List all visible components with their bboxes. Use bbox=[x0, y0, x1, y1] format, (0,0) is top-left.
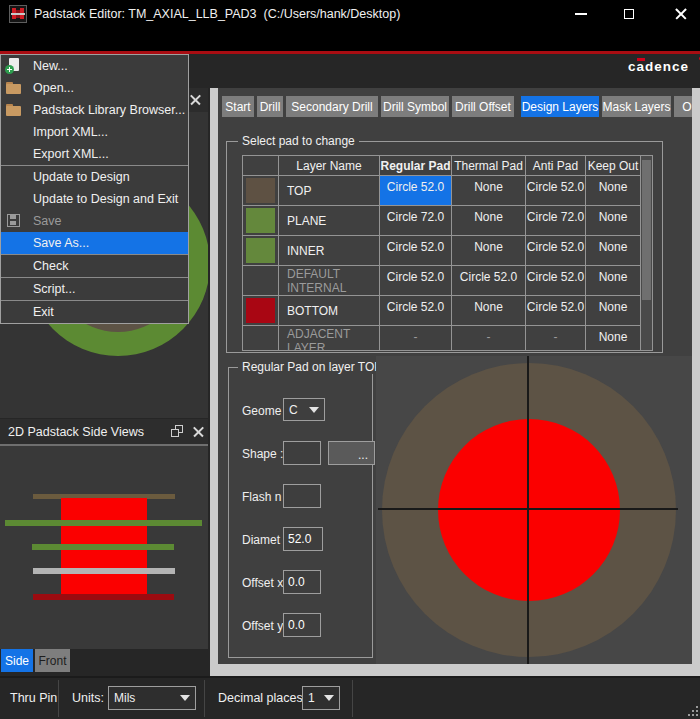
col-header-keep-out: Keep Out bbox=[586, 156, 641, 176]
tab-front[interactable]: Front bbox=[35, 649, 70, 672]
pad-cell[interactable]: Circle 52.0 bbox=[380, 296, 452, 326]
pad-cell[interactable]: Circle 52.0 bbox=[526, 296, 586, 326]
right-panel-bottom-scrollbar[interactable] bbox=[210, 664, 700, 676]
flash-label: Flash n bbox=[242, 490, 284, 504]
pad-cell[interactable]: Circle 52.0 bbox=[526, 236, 586, 266]
close-icon bbox=[674, 7, 688, 21]
tab-secondary-drill[interactable]: Secondary Drill bbox=[286, 96, 378, 117]
app-icon bbox=[9, 5, 27, 23]
select-pad-group-title: Select pad to change bbox=[238, 134, 359, 148]
resize-grip[interactable] bbox=[696, 706, 698, 708]
chevron-down-icon bbox=[180, 695, 190, 701]
offset-y-input[interactable] bbox=[283, 613, 321, 637]
layer-name-cell[interactable]: ADJACENT LAYER bbox=[279, 326, 380, 351]
tab-start[interactable]: Start bbox=[222, 96, 254, 117]
menubar: File View Help cadence bbox=[0, 28, 700, 51]
pad-cell[interactable]: None bbox=[586, 236, 641, 266]
layer-swatch-adjacent bbox=[243, 326, 279, 351]
crosshair-vertical bbox=[527, 356, 529, 664]
diameter-label: Diamet bbox=[242, 533, 284, 547]
menu-item-open[interactable]: Open... bbox=[1, 77, 188, 99]
file-menu-popup: New... Open... Padstack Library Browser.… bbox=[0, 54, 189, 324]
pad-cell[interactable]: None bbox=[586, 176, 641, 206]
decimal-places-select[interactable]: 1 bbox=[302, 686, 340, 710]
menu-item-update-to-design-and-exit[interactable]: Update to Design and Exit bbox=[1, 188, 188, 210]
save-icon bbox=[5, 213, 27, 229]
pad-cell[interactable]: Circle 52.0 bbox=[452, 266, 526, 296]
flash-name-input[interactable] bbox=[283, 484, 321, 508]
offset-x-label: Offset x bbox=[242, 576, 284, 590]
side-view-inner-layer-bar bbox=[32, 544, 174, 550]
pad-cell[interactable]: Circle 52.0 bbox=[380, 266, 452, 296]
pad-cell[interactable]: Circle 52.0 bbox=[380, 236, 452, 266]
padstack-editor-window: Padstack Editor: TM_AXIAL_LLB_PAD3 (C:/U… bbox=[0, 0, 700, 719]
right-panel-right-scrollbar[interactable] bbox=[692, 88, 700, 676]
pad-table-scrollbar-thumb[interactable] bbox=[642, 160, 651, 300]
maximize-button[interactable] bbox=[613, 0, 645, 28]
menu-item-update-to-design[interactable]: Update to Design bbox=[1, 166, 188, 188]
shape-input[interactable] bbox=[283, 441, 321, 465]
layer-name-cell[interactable]: DEFAULT INTERNAL bbox=[279, 266, 380, 296]
cadence-logo: cadence bbox=[628, 59, 698, 77]
tab-drill-offset[interactable]: Drill Offset bbox=[452, 96, 514, 117]
shape-browse-button[interactable]: ... bbox=[328, 441, 375, 465]
pad-cell[interactable]: None bbox=[452, 206, 526, 236]
menu-item-save: Save bbox=[1, 210, 188, 232]
layer-name-cell[interactable]: INNER bbox=[279, 236, 380, 266]
menu-item-export-xml[interactable]: Export XML... bbox=[1, 143, 188, 165]
tab-drill-symbol[interactable]: Drill Symbol bbox=[381, 96, 449, 117]
tab-design-layers[interactable]: Design Layers bbox=[521, 96, 599, 117]
pin-type-label: Thru Pin bbox=[10, 691, 57, 705]
col-header-layer-name: Layer Name bbox=[279, 156, 380, 176]
pad-cell[interactable]: None bbox=[452, 296, 526, 326]
pad-cell[interactable]: None bbox=[452, 176, 526, 206]
pad-cell[interactable]: None bbox=[586, 296, 641, 326]
layer-name-cell[interactable]: TOP bbox=[279, 176, 380, 206]
regular-pad-group-title: Regular Pad on layer TOP bbox=[238, 360, 378, 374]
pad-cell[interactable]: None bbox=[452, 236, 526, 266]
menu-item-new[interactable]: New... bbox=[1, 55, 188, 77]
right-panel-left-scrollbar[interactable] bbox=[210, 88, 218, 676]
layer-swatch-top bbox=[243, 176, 279, 206]
preview-regular-pad-circle bbox=[438, 419, 620, 601]
menu-item-import-xml[interactable]: Import XML... bbox=[1, 121, 188, 143]
cadence-macron bbox=[637, 58, 645, 61]
menu-item-exit[interactable]: Exit bbox=[1, 301, 188, 323]
menu-item-script[interactable]: Script... bbox=[1, 278, 188, 300]
col-header-thermal-pad: Thermal Pad bbox=[452, 156, 526, 176]
tab-options[interactable]: O bbox=[674, 96, 692, 117]
col-header-regular-pad: Regular Pad bbox=[380, 156, 452, 176]
pad-cell[interactable]: None bbox=[586, 326, 641, 351]
layer-swatch-bottom bbox=[243, 296, 279, 326]
pad-cell[interactable]: - bbox=[452, 326, 526, 351]
diameter-input[interactable] bbox=[283, 527, 323, 551]
tab-drill[interactable]: Drill bbox=[257, 96, 283, 117]
side-views-title: 2D Padstack Side Views bbox=[8, 425, 144, 439]
menu-item-check[interactable]: Check bbox=[1, 255, 188, 277]
offset-x-input[interactable] bbox=[283, 570, 321, 594]
tab-side[interactable]: Side bbox=[1, 649, 33, 672]
pad-cell[interactable]: None bbox=[586, 206, 641, 236]
pad-cell[interactable]: Circle 52.0 bbox=[526, 266, 586, 296]
pad-cell[interactable]: - bbox=[526, 326, 586, 351]
pad-cell[interactable]: None bbox=[586, 266, 641, 296]
col-header-anti-pad: Anti Pad bbox=[526, 156, 586, 176]
layer-name-cell[interactable]: PLANE bbox=[279, 206, 380, 236]
pad-cell[interactable]: Circle 52.0 bbox=[526, 176, 586, 206]
side-view-plane-layer-bar bbox=[5, 520, 202, 526]
col-header-swatch bbox=[243, 156, 279, 176]
pad-table: Layer Name Regular Pad Thermal Pad Anti … bbox=[242, 155, 642, 351]
menu-item-save-as[interactable]: Save As... bbox=[1, 232, 188, 254]
menu-item-padstack-library-browser[interactable]: Padstack Library Browser... bbox=[1, 99, 188, 121]
layer-name-cell[interactable]: BOTTOM bbox=[279, 296, 380, 326]
tab-mask-layers[interactable]: Mask Layers bbox=[602, 96, 671, 117]
pad-cell-selected[interactable]: Circle 52.0 bbox=[380, 176, 452, 206]
minimize-button[interactable] bbox=[565, 0, 597, 28]
geometry-select[interactable]: C bbox=[283, 398, 325, 421]
pad-cell[interactable]: - bbox=[380, 326, 452, 351]
pad-cell[interactable]: Circle 72.0 bbox=[526, 206, 586, 236]
close-button[interactable] bbox=[662, 0, 700, 28]
units-select[interactable]: Mils bbox=[108, 686, 196, 710]
pad-cell[interactable]: Circle 72.0 bbox=[380, 206, 452, 236]
side-view-canvas bbox=[0, 446, 208, 649]
